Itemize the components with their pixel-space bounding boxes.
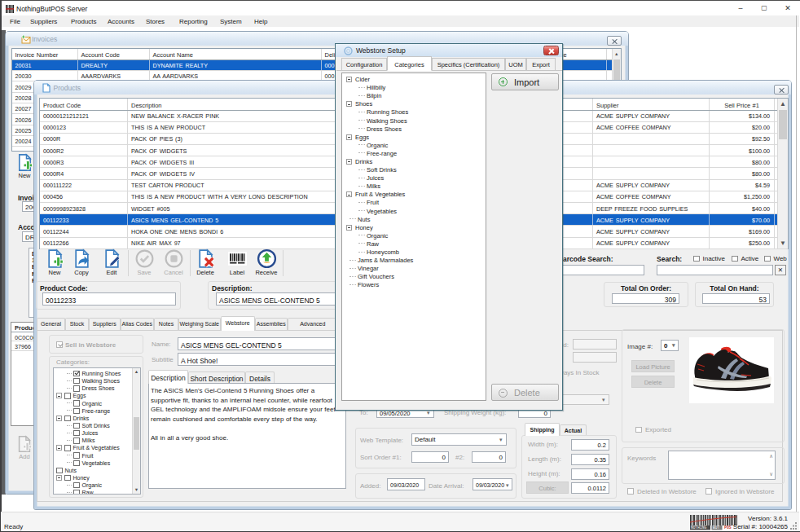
dialog-tab-categories[interactable]: Categories <box>387 56 432 71</box>
dialog-tree-item[interactable]: Honey <box>346 223 413 231</box>
deleted-in-webstore-checkbox[interactable] <box>627 488 634 495</box>
tab-alias-codes[interactable]: Alias Codes <box>121 318 155 330</box>
category-checkbox[interactable] <box>73 430 80 437</box>
dialog-tree-item[interactable]: Drinks <box>346 157 413 165</box>
category-tree-item[interactable]: Drinks <box>56 415 121 422</box>
tree-expander-icon[interactable] <box>56 415 62 421</box>
dialog-close-icon[interactable] <box>543 46 559 55</box>
invoice-new-button[interactable]: New <box>12 153 37 179</box>
category-checkbox[interactable] <box>64 475 71 481</box>
image-number-combo[interactable]: 0▾ <box>661 340 679 351</box>
dialog-tree-item[interactable]: Vegetables <box>346 207 413 215</box>
keywords-textarea[interactable]: ∧ ∨ <box>668 451 776 480</box>
dialog-tree-item[interactable]: Cider <box>346 76 413 84</box>
category-tree-item[interactable]: Free-range <box>56 407 121 415</box>
category-checkbox[interactable] <box>73 437 80 444</box>
col-supplier[interactable]: Supplier <box>593 99 710 110</box>
tab-description[interactable]: Description <box>148 370 188 384</box>
inactive-checkbox[interactable] <box>693 256 700 262</box>
tree-expander-icon[interactable] <box>56 445 62 451</box>
dialog-tree-item[interactable]: Vinegar <box>346 265 413 273</box>
dialog-tree-item[interactable]: Gift Vouchers <box>346 273 413 281</box>
tree-expander-icon[interactable] <box>346 101 352 107</box>
category-tree-item[interactable]: Nuts <box>56 467 121 474</box>
col-product-code[interactable]: Product Code <box>40 99 128 110</box>
scroll-up-icon[interactable]: ▲ <box>133 368 140 376</box>
tab-notes[interactable]: Notes <box>154 318 178 330</box>
scroll-down-icon[interactable]: ∨ <box>769 471 773 477</box>
dialog-tab-configuration[interactable]: Configuration <box>341 58 387 71</box>
dialog-tab-specifics[interactable]: Specifics (Certification) <box>432 58 505 71</box>
tab-stock[interactable]: Stock <box>65 318 89 330</box>
dialog-tree-item[interactable]: Nuts <box>346 215 413 223</box>
menu-accounts[interactable]: Accounts <box>108 18 134 25</box>
category-tree-item[interactable]: Raw <box>56 489 121 495</box>
tab-shipping[interactable]: Shipping <box>525 423 560 436</box>
dialog-tree-item[interactable]: Milks <box>346 182 413 191</box>
col-invoice-number[interactable]: Invoice Number <box>12 49 78 59</box>
categories-scrollbar[interactable]: ▲ ▼ <box>132 368 140 494</box>
category-tree-item[interactable]: Eggs <box>56 392 121 399</box>
product-code-value[interactable]: 00112233 <box>42 292 176 306</box>
category-tree-item[interactable]: Running Shoes <box>56 370 121 377</box>
exported-checkbox[interactable] <box>635 427 642 433</box>
category-checkbox[interactable] <box>73 378 80 385</box>
category-checkbox[interactable] <box>64 415 71 422</box>
category-checkbox[interactable] <box>73 408 80 415</box>
web-checkbox[interactable] <box>764 256 771 262</box>
tab-short-description[interactable]: Short Description <box>188 372 245 384</box>
close-button[interactable]: ✕ <box>778 1 798 15</box>
dim-value[interactable]: 0.16 <box>571 468 609 480</box>
category-tree-item[interactable]: Organic <box>56 481 121 489</box>
category-tree-item[interactable]: Dress Shoes <box>56 385 121 392</box>
category-tree-item[interactable]: Walking Shoes <box>56 377 121 385</box>
dialog-tree-item[interactable]: Organic <box>346 231 413 240</box>
ignored-in-webstore-checkbox[interactable] <box>705 488 712 495</box>
tab-weighing-scale[interactable]: Weighing Scale <box>178 318 221 330</box>
scrollbar-thumb[interactable] <box>134 417 139 450</box>
dialog-tree-item[interactable]: Dress Shoes <box>346 125 413 133</box>
products-close-icon[interactable] <box>774 85 789 95</box>
tree-expander-icon[interactable] <box>346 77 352 82</box>
dialog-tree-item[interactable]: Soft Drinks <box>346 166 413 174</box>
category-tree-item[interactable]: Organic <box>56 400 121 407</box>
menu-help[interactable]: Help <box>254 18 267 25</box>
tab-actual[interactable]: Actual <box>560 424 587 435</box>
tab-suppliers[interactable]: Suppliers <box>89 318 121 330</box>
category-tree-item[interactable]: Soft Drinks <box>56 422 121 429</box>
dialog-tree-item[interactable]: Walking Shoes <box>346 117 413 125</box>
menu-products[interactable]: Products <box>71 18 97 25</box>
category-checkbox[interactable] <box>73 490 80 495</box>
dialog-delete-button[interactable]: Delete <box>491 384 559 401</box>
dim-value[interactable]: 0.35 <box>571 454 609 465</box>
web-template-combo[interactable]: Default▾ <box>411 433 507 446</box>
category-checkbox[interactable] <box>64 393 71 399</box>
category-checkbox[interactable] <box>73 371 80 377</box>
category-tree-item[interactable]: Milks <box>56 437 121 444</box>
load-picture-button[interactable]: Load Picture <box>631 360 675 372</box>
toolbar-edit-button[interactable]: Edit <box>98 248 125 276</box>
dim-value[interactable]: 0.2 <box>571 439 609 451</box>
toolbar-save-button[interactable]: Save <box>130 248 158 276</box>
menu-system[interactable]: System <box>220 18 242 25</box>
toolbar-delete-button[interactable]: Delete <box>191 248 219 276</box>
dialog-tree-item[interactable]: Running Shoes <box>346 108 413 117</box>
menu-suppliers[interactable]: Suppliers <box>30 18 57 25</box>
added-value[interactable]: 09/03/2020 <box>387 478 425 490</box>
toolbar-new-button[interactable]: New <box>41 248 68 276</box>
category-checkbox[interactable] <box>73 400 80 407</box>
dialog-titlebar[interactable]: Webstore Setup <box>336 44 562 57</box>
invoice-add-button[interactable]: Add <box>12 435 37 460</box>
dialog-tree-item[interactable]: Organic <box>346 141 413 149</box>
category-tree-item[interactable]: Vegetables <box>56 459 121 467</box>
dialog-tree-item[interactable]: Eggs <box>346 133 413 141</box>
delete-picture-button[interactable]: Delete <box>631 376 675 388</box>
category-tree-item[interactable]: Honey <box>56 474 121 481</box>
tree-expander-icon[interactable] <box>346 225 352 231</box>
scroll-up-icon[interactable]: ▲ <box>778 99 788 109</box>
category-checkbox[interactable] <box>73 423 80 429</box>
dialog-tree-item[interactable]: Hillbilly <box>346 84 413 92</box>
col-account-name[interactable]: Account Name <box>150 49 322 59</box>
scroll-up-icon[interactable]: ▲ <box>613 49 621 59</box>
clear-search-button[interactable]: ✕ <box>775 265 786 276</box>
